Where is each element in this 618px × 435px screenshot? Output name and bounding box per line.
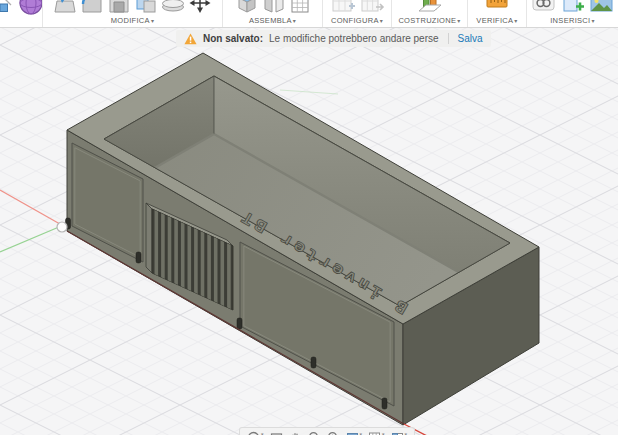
toolbar-group-crea-label (0, 16, 42, 27)
shell-icon[interactable] (107, 0, 131, 16)
display-settings-icon[interactable]: ▾ (346, 431, 363, 435)
dropdown-caret-icon: ▾ (591, 18, 594, 24)
warning-divider (448, 33, 449, 44)
toolbar-group-verifica-label[interactable]: VERIFICA▾ (468, 16, 526, 27)
fit-icon[interactable] (327, 431, 340, 435)
configuration-table-icon[interactable] (330, 0, 356, 16)
dropdown-caret-icon: ▾ (293, 18, 296, 24)
dropdown-caret-icon: ▾ (380, 18, 383, 24)
view-navigation-bar: ▾ ▾ ▾ ▾ (239, 427, 415, 435)
toolbar-group-assembla[interactable]: ASSEMBLA▾ (223, 0, 323, 27)
unsaved-message: Le modifiche potrebbero andare perse (269, 33, 439, 44)
unsaved-warning-bar: Non salvato: Le modifiche potrebbero and… (176, 30, 491, 47)
bom-table-icon[interactable] (289, 0, 311, 16)
fillet-icon[interactable] (80, 0, 104, 16)
dropdown-caret-icon: ▾ (151, 18, 154, 24)
toolbar-group-crea (0, 0, 43, 27)
insert-derive-icon[interactable] (560, 0, 586, 16)
toolbar-group-assembla-label[interactable]: ASSEMBLA▾ (223, 16, 322, 27)
toolbar-group-verifica[interactable]: VERIFICA▾ (468, 0, 527, 27)
offset-face-icon[interactable] (161, 0, 185, 16)
toolbar-group-costruzione[interactable]: COSTRUZIONE▾ (392, 0, 468, 27)
viewports-icon[interactable]: ▾ (391, 431, 408, 435)
grille-left-face (146, 203, 152, 273)
dropdown-caret-icon: ▾ (457, 18, 460, 24)
model-viewport[interactable]: B inverter BT (0, 0, 618, 435)
top-toolbar: MODIFICA▾ ASSEMBLA▾ (0, 0, 618, 28)
unsaved-title: Non salvato: (203, 33, 263, 44)
insert-image-icon[interactable] (589, 0, 615, 16)
toolbar-group-inserisci-label[interactable]: INSERISCI▾ (527, 16, 618, 27)
move-copy-icon[interactable] (188, 0, 212, 16)
toolbar-group-costruzione-label[interactable]: COSTRUZIONE▾ (392, 16, 467, 27)
toolbar-group-configura-label[interactable]: CONFIGURA▾ (323, 16, 391, 27)
zoom-icon[interactable] (308, 431, 321, 435)
pan-icon[interactable] (289, 431, 302, 435)
combine-icon[interactable] (134, 0, 158, 16)
warning-triangle-icon (184, 33, 197, 45)
new-component-icon[interactable] (235, 0, 259, 16)
orbit-icon[interactable]: ▾ (247, 431, 264, 435)
configuration-insert-icon[interactable] (359, 0, 385, 16)
sketch-vertex-icon[interactable] (0, 0, 12, 16)
origin-point[interactable] (57, 222, 67, 232)
grid-snaps-icon[interactable]: ▾ (368, 431, 385, 435)
insert-link-icon[interactable] (531, 0, 557, 16)
save-link[interactable]: Salva (458, 33, 483, 44)
press-pull-icon[interactable] (53, 0, 77, 16)
measure-ruler-icon[interactable] (484, 0, 510, 16)
joint-icon[interactable] (262, 0, 286, 16)
look-at-icon[interactable] (270, 431, 283, 435)
toolbar-group-inserisci[interactable]: INSERISCI▾ (527, 0, 618, 27)
toolbar-group-modifica[interactable]: MODIFICA▾ (43, 0, 223, 27)
toolbar-group-modifica-label[interactable]: MODIFICA▾ (43, 16, 222, 27)
dropdown-caret-icon: ▾ (514, 18, 517, 24)
construction-plane-icon[interactable] (417, 0, 443, 16)
toolbar-group-configura[interactable]: CONFIGURA▾ (323, 0, 392, 27)
create-form-icon[interactable] (18, 0, 42, 16)
